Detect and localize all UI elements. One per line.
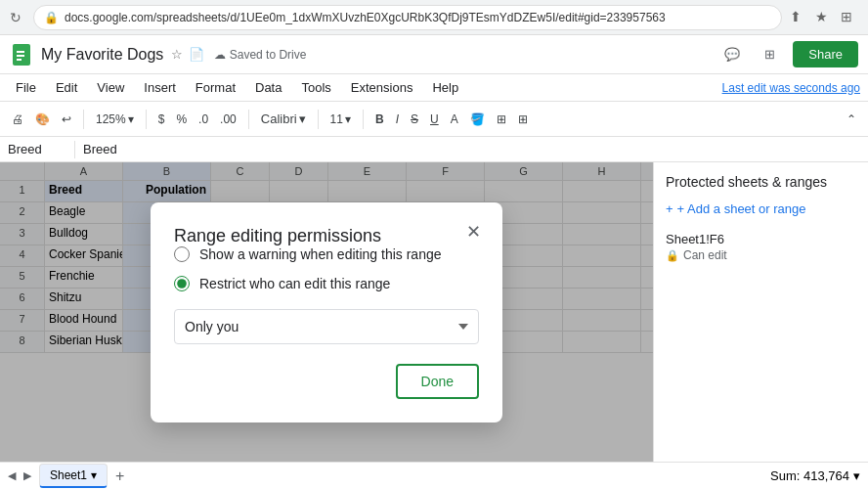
italic-button[interactable]: I: [392, 111, 403, 128]
sheet-tab-label: Sheet1: [50, 468, 87, 482]
menu-edit[interactable]: Edit: [48, 78, 85, 97]
browser-bar: ↻ 🔒 docs.google.com/spreadsheets/d/1UEe0…: [0, 0, 868, 35]
radio-restrict-label: Restrict who can edit this range: [199, 276, 390, 291]
last-edit-text[interactable]: Last edit was seconds ago: [722, 81, 860, 95]
lock-perm-icon: 🔒: [666, 249, 679, 262]
header-right: 💬 ⊞ Share: [718, 41, 858, 68]
star-icon[interactable]: ☆: [171, 47, 183, 62]
fill-color-button[interactable]: 🪣: [466, 111, 489, 128]
protected-ranges-sidebar: Protected sheets & ranges + + Add a shee…: [653, 162, 868, 462]
share-button[interactable]: Share: [793, 41, 858, 67]
range-editing-modal: Range editing permissions ✕ Show a warni…: [151, 202, 502, 422]
menu-insert[interactable]: Insert: [136, 78, 184, 97]
menu-help[interactable]: Help: [424, 78, 466, 97]
bold-button[interactable]: B: [371, 111, 388, 128]
saved-status: ☁ Saved to Drive: [214, 48, 306, 62]
zoom-value: 125%: [96, 112, 126, 126]
modal-close-button[interactable]: ✕: [459, 218, 487, 245]
border-button[interactable]: ⊞: [493, 111, 510, 128]
extensions-icon[interactable]: ⊞: [841, 9, 858, 26]
range-name: Sheet1!F6: [666, 232, 856, 246]
decimal-decrease-btn[interactable]: .0: [195, 111, 212, 128]
sum-text: Sum: 413,764: [770, 468, 849, 483]
range-perm: 🔒 Can edit: [666, 248, 856, 262]
cloud-icon: ☁: [214, 48, 226, 62]
modal-overlay: Range editing permissions ✕ Show a warni…: [0, 162, 653, 462]
font-dropdown[interactable]: Calibri ▾: [257, 110, 310, 128]
font-size-value: 11: [330, 112, 343, 126]
google-apps-icon[interactable]: ⊞: [756, 41, 783, 68]
font-size-chevron-icon: ▾: [345, 112, 351, 126]
browser-nav-icons: ↻: [10, 10, 25, 25]
url-text: docs.google.com/spreadsheets/d/1UEe0m_1d…: [65, 11, 666, 24]
sheet-tab-chevron-icon: ▾: [91, 468, 97, 482]
decimal-increase-btn[interactable]: .00: [216, 111, 240, 128]
add-link-text: + Add a sheet or range: [677, 201, 806, 216]
prev-sheet-icon[interactable]: ◀: [8, 469, 16, 482]
percent-btn[interactable]: %: [172, 111, 191, 128]
sum-dropdown-icon[interactable]: ▾: [853, 468, 860, 483]
menu-view[interactable]: View: [89, 78, 132, 97]
text-color-button[interactable]: A: [447, 111, 462, 128]
menu-format[interactable]: Format: [188, 78, 243, 97]
paint-format-icon[interactable]: 🎨: [31, 111, 54, 128]
doc-icons: ☆ 📄 ☁ Saved to Drive: [171, 47, 306, 62]
toolbar: 🖨 🎨 ↩ 125% ▾ $ % .0 .00 Calibri ▾ 11 ▾ B…: [0, 102, 868, 137]
toolbar-sep-5: [363, 110, 364, 129]
add-sheet-range-link[interactable]: + + Add a sheet or range: [666, 201, 856, 216]
next-sheet-icon[interactable]: ▶: [23, 469, 31, 482]
doc-title: My Favorite Dogs: [41, 46, 163, 64]
svg-rect-3: [17, 59, 22, 61]
menu-data[interactable]: Data: [247, 78, 289, 97]
address-bar[interactable]: 🔒 docs.google.com/spreadsheets/d/1UEe0m_…: [33, 5, 782, 30]
share-page-icon[interactable]: ⬆: [790, 9, 807, 26]
zoom-chevron-icon: ▾: [128, 112, 134, 126]
currency-btn[interactable]: $: [154, 111, 169, 128]
done-button[interactable]: Done: [396, 364, 479, 399]
formula-bar: Breed Breed: [0, 137, 868, 162]
spreadsheet[interactable]: A B C D E F G H I J K 1 Breed Population: [0, 162, 653, 462]
radio-restrict[interactable]: [174, 276, 190, 291]
svg-rect-1: [17, 51, 24, 53]
zoom-dropdown[interactable]: 125% ▾: [92, 111, 138, 128]
merge-button[interactable]: ⊞: [514, 111, 532, 128]
underline-button[interactable]: U: [426, 111, 443, 128]
sheets-logo-icon: [10, 43, 33, 67]
strikethrough-button[interactable]: S: [407, 111, 422, 128]
permission-dropdown[interactable]: Only you Custom...: [174, 309, 479, 344]
print-icon[interactable]: 🖨: [8, 111, 27, 128]
toolbar-sep-1: [83, 110, 84, 129]
expand-toolbar-icon[interactable]: ⌃: [843, 111, 860, 128]
chat-icon[interactable]: 💬: [718, 41, 746, 68]
sidebar-title: Protected sheets & ranges: [666, 174, 856, 190]
add-sheet-icon[interactable]: +: [115, 467, 124, 485]
menu-bar: File Edit View Insert Format Data Tools …: [0, 74, 868, 102]
radio-warning[interactable]: [174, 246, 190, 262]
toolbar-sep-3: [248, 110, 249, 129]
sum-area: Sum: 413,764 ▾: [770, 468, 860, 483]
lock-icon: 🔒: [44, 11, 59, 24]
range-perm-text: Can edit: [683, 248, 727, 262]
bottom-bar: ◀ ▶ Sheet1 ▾ + Sum: 413,764 ▾: [0, 462, 868, 489]
radio-warning-label: Show a warning when editing this range: [199, 246, 442, 262]
sheet-tab-sheet1[interactable]: Sheet1 ▾: [39, 464, 108, 488]
toolbar-sep-4: [318, 110, 319, 129]
browser-actions: ⬆ ★ ⊞: [790, 9, 858, 26]
font-value: Calibri: [261, 111, 297, 126]
undo-icon[interactable]: ↩: [58, 111, 75, 128]
history-icon[interactable]: 📄: [189, 47, 204, 62]
menu-tools[interactable]: Tools: [293, 78, 338, 97]
menu-file[interactable]: File: [8, 78, 44, 97]
bookmark-icon[interactable]: ★: [815, 9, 833, 26]
refresh-icon[interactable]: ↻: [10, 10, 25, 25]
font-size-dropdown[interactable]: 11 ▾: [326, 111, 355, 128]
svg-rect-2: [17, 55, 24, 57]
main-area: A B C D E F G H I J K 1 Breed Population: [0, 162, 868, 462]
cell-reference[interactable]: Breed: [8, 142, 66, 156]
plus-icon: +: [666, 201, 673, 216]
range-item[interactable]: Sheet1!F6 🔒 Can edit: [666, 232, 856, 262]
menu-extensions[interactable]: Extensions: [343, 78, 421, 97]
radio-option-2[interactable]: Restrict who can edit this range: [174, 276, 479, 291]
formula-content[interactable]: Breed: [83, 142, 117, 156]
radio-option-1[interactable]: Show a warning when editing this range: [174, 246, 479, 262]
